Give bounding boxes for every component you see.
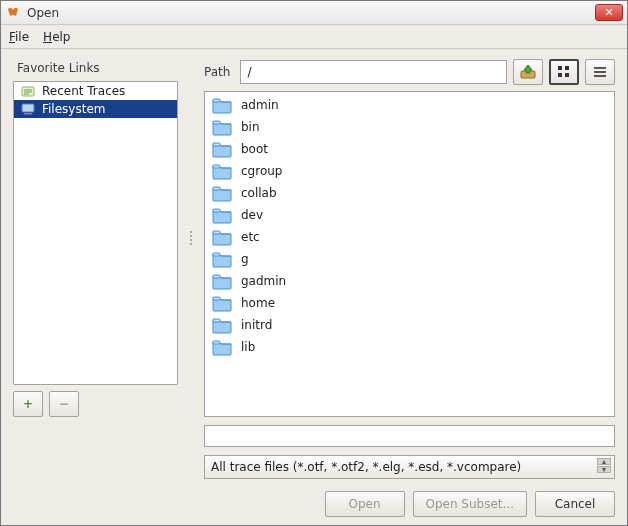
file-name: gadmin <box>241 274 286 288</box>
path-label: Path <box>204 65 234 79</box>
menu-help[interactable]: Help <box>43 30 70 44</box>
file-name: home <box>241 296 275 310</box>
file-row[interactable]: cgroup <box>207 160 612 182</box>
splitter-handle[interactable] <box>188 59 194 417</box>
file-name: collab <box>241 186 277 200</box>
button-label: Cancel <box>555 497 596 511</box>
file-row[interactable]: collab <box>207 182 612 204</box>
svg-rect-22 <box>213 341 220 344</box>
remove-favorite-button[interactable]: − <box>49 391 79 417</box>
file-row[interactable]: dev <box>207 204 612 226</box>
button-label: Open <box>348 497 380 511</box>
fav-item-label: Recent Traces <box>42 84 125 98</box>
svg-rect-20 <box>213 297 220 300</box>
folder-icon <box>211 184 233 202</box>
list-icon <box>593 65 607 79</box>
file-name: cgroup <box>241 164 282 178</box>
upper-panels: Favorite Links Recent Traces Filesystem <box>13 59 615 417</box>
action-buttons: Open Open Subset... Cancel <box>13 491 615 517</box>
file-row[interactable]: home <box>207 292 612 314</box>
file-row[interactable]: boot <box>207 138 612 160</box>
file-row[interactable]: etc <box>207 226 612 248</box>
folder-icon <box>211 118 233 136</box>
grid-icon <box>557 65 571 79</box>
filter-selected-text: All trace files (*.otf, *.otf2, *.elg, *… <box>211 460 521 474</box>
svg-rect-5 <box>565 66 569 70</box>
file-name: initrd <box>241 318 272 332</box>
svg-rect-16 <box>213 209 220 212</box>
svg-rect-14 <box>213 165 220 168</box>
file-row[interactable]: g <box>207 248 612 270</box>
file-row[interactable]: gadmin <box>207 270 612 292</box>
open-dialog-window: Open ✕ File Help Favorite Links Recent T… <box>0 0 628 526</box>
menu-file[interactable]: File <box>9 30 29 44</box>
svg-rect-21 <box>213 319 220 322</box>
cancel-button[interactable]: Cancel <box>535 491 615 517</box>
folder-icon <box>211 162 233 180</box>
svg-rect-9 <box>594 71 606 73</box>
close-icon: ✕ <box>604 7 613 18</box>
svg-rect-2 <box>24 113 32 115</box>
file-name: etc <box>241 230 260 244</box>
svg-rect-8 <box>594 67 606 69</box>
file-row[interactable]: lib <box>207 336 612 358</box>
file-name: bin <box>241 120 260 134</box>
folder-icon <box>211 228 233 246</box>
svg-rect-13 <box>213 143 220 146</box>
open-subset-button[interactable]: Open Subset... <box>413 491 528 517</box>
app-icon <box>5 5 21 21</box>
folder-icon <box>211 294 233 312</box>
favorites-buttons: + − <box>13 391 178 417</box>
file-row[interactable]: bin <box>207 116 612 138</box>
close-button[interactable]: ✕ <box>595 4 623 21</box>
svg-rect-1 <box>22 104 34 112</box>
titlebar[interactable]: Open ✕ <box>1 1 627 25</box>
icon-view-button[interactable] <box>549 59 579 85</box>
svg-rect-12 <box>213 121 220 124</box>
folder-icon <box>211 316 233 334</box>
folder-icon <box>211 96 233 114</box>
svg-rect-19 <box>213 275 220 278</box>
favorites-panel: Favorite Links Recent Traces Filesystem <box>13 59 178 417</box>
file-row[interactable]: admin <box>207 94 612 116</box>
fav-item-recent-traces[interactable]: Recent Traces <box>14 82 177 100</box>
fav-item-filesystem[interactable]: Filesystem <box>14 100 177 118</box>
file-name: boot <box>241 142 268 156</box>
svg-rect-7 <box>565 73 569 77</box>
button-label: Open Subset... <box>426 497 515 511</box>
fav-item-label: Filesystem <box>42 102 105 116</box>
favorites-heading: Favorite Links <box>13 59 178 81</box>
add-favorite-button[interactable]: + <box>13 391 43 417</box>
browser-panel: Path <box>204 59 615 417</box>
path-row: Path <box>204 59 615 85</box>
filter-row: All trace files (*.otf, *.otf2, *.elg, *… <box>13 455 615 479</box>
filesystem-icon <box>20 102 36 116</box>
folder-icon <box>211 206 233 224</box>
recent-traces-icon <box>20 84 36 98</box>
minus-icon: − <box>59 397 69 411</box>
folder-icon <box>211 272 233 290</box>
folder-icon <box>211 338 233 356</box>
favorites-list[interactable]: Recent Traces Filesystem <box>13 81 178 385</box>
window-title: Open <box>27 6 595 20</box>
folder-icon <box>211 250 233 268</box>
list-view-button[interactable] <box>585 59 615 85</box>
file-type-filter[interactable]: All trace files (*.otf, *.otf2, *.elg, *… <box>204 455 615 479</box>
path-input[interactable] <box>240 60 507 84</box>
filename-input[interactable] <box>204 425 615 447</box>
open-button[interactable]: Open <box>325 491 405 517</box>
svg-rect-6 <box>558 73 562 77</box>
plus-icon: + <box>23 397 33 411</box>
svg-rect-15 <box>213 187 220 190</box>
svg-rect-10 <box>594 75 606 77</box>
main-area: Favorite Links Recent Traces Filesystem <box>1 49 627 525</box>
svg-rect-18 <box>213 253 220 256</box>
filename-row <box>13 425 615 447</box>
file-row[interactable]: initrd <box>207 314 612 336</box>
up-directory-button[interactable] <box>513 59 543 85</box>
file-list[interactable]: adminbinbootcgroupcollabdevetcggadminhom… <box>204 91 615 417</box>
up-arrow-icon <box>519 64 537 80</box>
svg-rect-17 <box>213 231 220 234</box>
folder-icon <box>211 140 233 158</box>
svg-rect-11 <box>213 99 220 102</box>
